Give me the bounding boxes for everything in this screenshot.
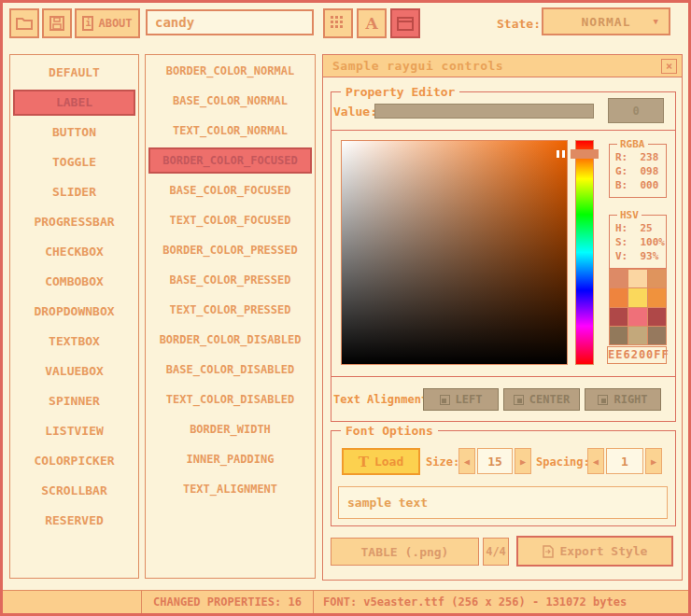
control-item-reserved[interactable]: RESERVED [10, 506, 138, 536]
spacing-label: Spacing: [536, 455, 590, 469]
changed-properties-status: CHANGED PROPERTIES: 16 [141, 590, 314, 614]
open-file-button[interactable] [9, 8, 39, 38]
left-arrow-icon: ◀ [593, 456, 599, 467]
hue-slider-handle[interactable] [571, 149, 599, 159]
text-alignment-label: Text Alignment: [333, 393, 434, 406]
palette-color-11[interactable] [648, 327, 666, 344]
control-item-progressbar[interactable]: PROGRESSBAR [10, 207, 138, 237]
palette-color-6[interactable] [610, 308, 628, 326]
control-item-toggle[interactable]: TOGGLE [10, 147, 138, 177]
value-slider[interactable] [374, 104, 594, 119]
window-mode-button[interactable] [390, 8, 420, 38]
control-item-scrollbar[interactable]: SCROLLBAR [10, 476, 138, 506]
property-item-text_alignment[interactable]: TEXT_ALIGNMENT [146, 474, 315, 504]
state-label: State: [497, 17, 541, 31]
property-item-border_color_disabled[interactable]: BORDER_COLOR_DISABLED [146, 325, 315, 355]
sample-window-titlebar[interactable]: Sample raygui controls [323, 55, 682, 77]
control-item-colorpicker[interactable]: COLORPICKER [10, 446, 138, 476]
close-icon: × [666, 60, 672, 73]
control-item-spinner[interactable]: SPINNER [10, 386, 138, 416]
hsv-row-v: V: 93% [610, 249, 666, 263]
palette-color-5[interactable] [648, 288, 666, 306]
floppy-save-icon [49, 15, 65, 32]
state-dropdown[interactable]: NORMAL ▼ [542, 7, 670, 35]
size-value-box[interactable]: 15 [477, 448, 513, 474]
control-item-listview[interactable]: LISTVIEW [10, 416, 138, 446]
control-item-button[interactable]: BUTTON [10, 118, 138, 147]
align-center-button[interactable]: CENTER [503, 388, 580, 411]
export-style-button[interactable]: Export Style [516, 536, 673, 567]
control-item-default[interactable]: DEFAULT [10, 58, 138, 88]
info-icon: i [82, 16, 93, 31]
save-file-button[interactable] [42, 8, 72, 38]
property-item-text_color_disabled[interactable]: TEXT_COLOR_DISABLED [146, 385, 315, 414]
font-atlas-button[interactable]: A [357, 8, 387, 38]
close-button[interactable]: × [661, 59, 677, 74]
palette-color-9[interactable] [610, 327, 628, 344]
property-item-base_color_normal[interactable]: BASE_COLOR_NORMAL [146, 86, 315, 116]
color-palette [609, 269, 667, 345]
spacing-decrement-button[interactable]: ◀ [587, 448, 604, 474]
property-item-text_color_focused[interactable]: TEXT_COLOR_FOCUSED [146, 205, 315, 235]
property-item-inner_padding[interactable]: INNER_PADDING [146, 444, 315, 474]
export-counter-box[interactable]: 4/4 [483, 538, 509, 566]
color-picker-panel: RGBA R: 238 G: 098 B: 000 HSV H: 25 S: 1… [331, 130, 676, 377]
property-item-base_color_focused[interactable]: BASE_COLOR_FOCUSED [146, 175, 315, 205]
property-item-border_color_normal[interactable]: BORDER_COLOR_NORMAL [146, 56, 315, 86]
palette-color-7[interactable] [628, 308, 646, 326]
palette-color-1[interactable] [628, 270, 646, 287]
sample-text-value: sample text [347, 496, 428, 510]
spacing-value-box[interactable]: 1 [606, 448, 643, 474]
control-item-label[interactable]: LABEL [13, 90, 135, 116]
rgba-row-b: B: 000 [610, 178, 666, 192]
app-window: i ABOUT A State: NORMAL ▼ DEFAULTLABELBU… [0, 0, 691, 616]
control-item-slider[interactable]: SLIDER [10, 177, 138, 207]
align-left-button[interactable]: LEFT [423, 388, 499, 411]
spacing-value: 1 [621, 455, 628, 469]
spacing-increment-button[interactable]: ▶ [645, 448, 662, 474]
style-table-button[interactable] [323, 8, 353, 38]
control-item-textbox[interactable]: TEXTBOX [10, 327, 138, 357]
value-box: 0 [608, 98, 664, 123]
property-item-base_color_disabled[interactable]: BASE_COLOR_DISABLED [146, 355, 315, 385]
control-item-checkbox[interactable]: CHECKBOX [10, 237, 138, 267]
load-font-button[interactable]: T Load [342, 448, 420, 475]
palette-color-10[interactable] [628, 327, 646, 344]
palette-color-3[interactable] [610, 288, 628, 306]
export-format-dropdown[interactable]: TABLE (.png) [331, 538, 479, 566]
sample-window: Sample raygui controls × Property Editor… [322, 54, 683, 581]
hex-color-value: EE6200FF [608, 348, 670, 361]
size-increment-button[interactable]: ▶ [515, 448, 531, 474]
sample-text-input[interactable]: sample text [338, 486, 668, 519]
palette-color-4[interactable] [628, 288, 646, 306]
right-arrow-icon: ▶ [520, 456, 526, 467]
control-item-dropdownbox[interactable]: DROPDOWNBOX [10, 297, 138, 327]
sv-cursor[interactable] [557, 150, 568, 158]
size-decrement-button[interactable]: ◀ [458, 448, 475, 474]
sv-picker[interactable] [341, 140, 568, 365]
property-item-text_color_normal[interactable]: TEXT_COLOR_NORMAL [146, 116, 315, 146]
font-a-icon: A [365, 14, 377, 33]
window-icon [397, 17, 414, 31]
about-button[interactable]: i ABOUT [75, 8, 140, 38]
control-item-combobox[interactable]: COMBOBOX [10, 267, 138, 297]
property-item-border_color_focused[interactable]: BORDER_COLOR_FOCUSED [148, 147, 312, 174]
hsv-row-h: H: 25 [610, 221, 666, 235]
style-name-input[interactable] [146, 9, 314, 35]
palette-color-0[interactable] [610, 270, 628, 287]
hue-slider[interactable] [575, 140, 594, 365]
property-item-base_color_pressed[interactable]: BASE_COLOR_PRESSED [146, 265, 315, 295]
hex-color-input[interactable]: EE6200FF [607, 346, 667, 364]
property-item-border_color_pressed[interactable]: BORDER_COLOR_PRESSED [146, 235, 315, 265]
control-item-valuebox[interactable]: VALUEBOX [10, 357, 138, 386]
align-left-label: LEFT [456, 393, 483, 406]
align-right-button[interactable]: RIGHT [585, 388, 661, 411]
property-item-text_color_pressed[interactable]: TEXT_COLOR_PRESSED [146, 295, 315, 325]
palette-color-8[interactable] [648, 308, 666, 326]
properties-listbox: BORDER_COLOR_NORMALBASE_COLOR_NORMALTEXT… [145, 54, 316, 579]
font-options-label: Font Options [341, 424, 438, 438]
property-item-border_width[interactable]: BORDER_WIDTH [146, 414, 315, 444]
palette-color-2[interactable] [648, 270, 666, 287]
export-format-label: TABLE (.png) [361, 545, 449, 559]
state-value: NORMAL [582, 15, 631, 29]
